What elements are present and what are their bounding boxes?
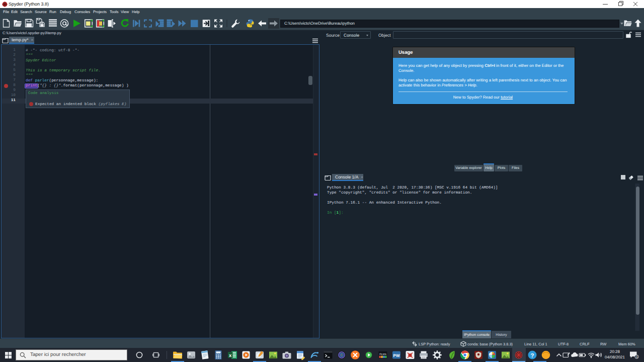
svg-text:3: 3 <box>636 355 638 359</box>
svg-text:?: ? <box>530 353 534 359</box>
svg-text:x: x <box>229 353 232 358</box>
svg-text:PW: PW <box>393 353 400 358</box>
svg-text:FILMS: FILMS <box>379 353 386 355</box>
